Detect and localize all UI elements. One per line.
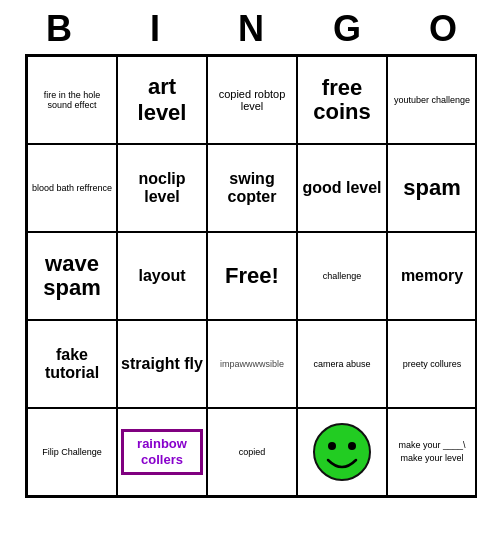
cell-r2c1: layout [117, 232, 207, 320]
letter-i: I [110, 8, 200, 50]
svg-point-0 [314, 424, 370, 480]
cell-r0c0: fire in the hole sound effect [27, 56, 117, 144]
cell-r4c0: Filip Challenge [27, 408, 117, 496]
cell-r2c2: Free! [207, 232, 297, 320]
cell-r0c1: art level [117, 56, 207, 144]
bingo-title: B I N G O [11, 8, 491, 50]
cell-r4c4: make your ____\make your level [387, 408, 477, 496]
svg-point-1 [328, 442, 336, 450]
cell-r4c1: rainbow collers [117, 408, 207, 496]
cell-r0c3: freecoins [297, 56, 387, 144]
cell-r2c4: memory [387, 232, 477, 320]
rainbow-box: rainbow collers [121, 429, 203, 474]
cell-r0c4: youtuber challenge [387, 56, 477, 144]
letter-o: O [398, 8, 488, 50]
cell-r3c0: fake tutorial [27, 320, 117, 408]
cell-r3c3: camera abuse [297, 320, 387, 408]
cell-r4c2: copied [207, 408, 297, 496]
cell-r2c0: wavespam [27, 232, 117, 320]
bingo-grid: fire in the hole sound effect art level … [25, 54, 477, 498]
cell-r1c4: spam [387, 144, 477, 232]
cell-r3c4: preety collures [387, 320, 477, 408]
cell-r4c3 [297, 408, 387, 496]
cell-r0c2: copied robtop level [207, 56, 297, 144]
cell-r3c2: impawwwwsible [207, 320, 297, 408]
smiley-face [312, 422, 372, 482]
cell-r3c1: straight fly [117, 320, 207, 408]
cell-r1c2: swing copter [207, 144, 297, 232]
letter-g: G [302, 8, 392, 50]
svg-point-2 [348, 442, 356, 450]
letter-b: B [14, 8, 104, 50]
letter-n: N [206, 8, 296, 50]
cell-r1c3: good level [297, 144, 387, 232]
cell-r2c3: challenge [297, 232, 387, 320]
cell-r1c1: noclip level [117, 144, 207, 232]
cell-r1c0: blood bath reffrence [27, 144, 117, 232]
